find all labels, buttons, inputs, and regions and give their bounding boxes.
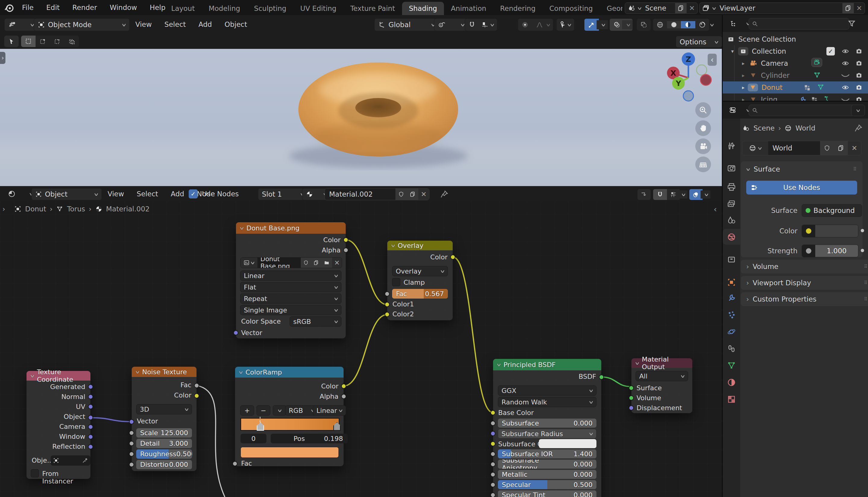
solid-shading-icon[interactable] xyxy=(667,21,681,28)
viewport-menu-object[interactable]: Object xyxy=(218,17,253,32)
tab-physics-icon[interactable] xyxy=(727,327,736,336)
socket-dot[interactable] xyxy=(88,424,93,429)
unlink-scene-icon[interactable]: ✕ xyxy=(687,4,697,12)
menu-window[interactable]: Window xyxy=(103,0,144,15)
tab-modifiers-icon[interactable] xyxy=(727,294,736,302)
subsurface-anisotropy-slider[interactable]: Subsurface Anisotropy0.000 xyxy=(498,459,597,469)
modifier-wrench-icon[interactable] xyxy=(799,96,807,101)
color-socket-button[interactable] xyxy=(802,225,815,237)
socket-dot[interactable] xyxy=(385,291,390,296)
tab-collection-icon[interactable] xyxy=(727,255,736,264)
chevron-down-icon[interactable]: ∨ xyxy=(597,20,608,29)
panel-grip-icon[interactable]: ⠿ xyxy=(853,167,857,172)
scale-slider[interactable]: Scale125.000 xyxy=(136,428,192,438)
socket-dot[interactable] xyxy=(88,404,93,409)
menu-render[interactable]: Render xyxy=(66,0,103,15)
select-new-icon[interactable] xyxy=(21,36,35,47)
sss-method-dropdown[interactable]: Random Walk∨ xyxy=(498,397,597,407)
scene-name[interactable]: Scene xyxy=(641,4,675,12)
node-header[interactable]: ∨ ColorRamp xyxy=(235,367,343,378)
socket-dot[interactable] xyxy=(490,472,496,477)
data-icon[interactable] xyxy=(823,95,831,101)
properties-options-button[interactable]: ∨ xyxy=(851,105,865,116)
remove-viewlayer-icon[interactable]: ✕ xyxy=(854,4,865,12)
ramp-options-button[interactable]: ∨ xyxy=(273,405,286,415)
mesh-data-icon[interactable] xyxy=(813,71,821,79)
panel-grip-icon[interactable]: ⠿ xyxy=(864,280,868,286)
expand-toolbar-icon[interactable]: › xyxy=(0,52,5,64)
camera-visibility-icon[interactable] xyxy=(855,48,863,55)
socket-dot[interactable] xyxy=(129,419,134,424)
image-browse-button[interactable]: ∨ xyxy=(240,258,258,268)
snap-magnet-icon[interactable] xyxy=(653,189,667,200)
color-space-dropdown[interactable]: sRGB∨ xyxy=(290,316,341,327)
open-image-folder-icon[interactable] xyxy=(321,258,332,268)
from-instancer-checkbox[interactable] xyxy=(31,469,39,478)
camera-data-icon[interactable] xyxy=(811,58,822,67)
camera-visibility-icon[interactable] xyxy=(855,72,863,79)
rendered-shading-icon[interactable] xyxy=(695,21,709,28)
socket-dot[interactable] xyxy=(490,410,496,415)
socket-dot[interactable] xyxy=(88,444,93,449)
world-browse-button[interactable]: ∨ xyxy=(742,141,768,155)
viewport-display-panel-header[interactable]: ›Viewport Display ⠿ xyxy=(741,276,868,290)
select-extend-icon[interactable] xyxy=(35,38,50,45)
outliner-row-camera[interactable]: ▸ Camera xyxy=(723,57,868,69)
decorator-dot[interactable] xyxy=(861,229,864,232)
proportional-editing-icon[interactable] xyxy=(518,21,532,28)
remove-stop-button[interactable]: − xyxy=(256,405,270,415)
mode-selector[interactable]: Object Mode ∨ xyxy=(34,18,130,31)
snap-magnet-icon[interactable] xyxy=(465,21,479,28)
3d-viewport[interactable]: Z X Y ‹ › xyxy=(0,49,722,186)
pin-icon[interactable] xyxy=(854,124,863,132)
add-stop-button[interactable]: + xyxy=(240,405,254,415)
node-header[interactable]: ∨ Overlay xyxy=(387,241,453,250)
socket-dot[interactable] xyxy=(629,385,634,390)
socket-dot[interactable] xyxy=(129,441,134,446)
camera-visibility-icon[interactable] xyxy=(855,84,863,91)
collapse-sidebar-icon[interactable]: ‹ xyxy=(708,54,717,66)
camera-view-button[interactable] xyxy=(695,139,711,154)
blender-logo-icon[interactable] xyxy=(4,3,14,12)
outliner-search-input[interactable] xyxy=(761,19,846,28)
tab-sculpting[interactable]: Sculpting xyxy=(247,2,293,15)
clamp-checkbox[interactable] xyxy=(392,278,400,286)
node-image-texture[interactable]: ∨ Donut Base.png Color Alpha ∨ Donut Bas… xyxy=(236,222,346,338)
socket-dot[interactable] xyxy=(629,405,634,410)
fake-user-shield-icon[interactable] xyxy=(395,188,407,200)
socket-dot[interactable] xyxy=(341,384,346,389)
viewport-menu-add[interactable]: Add xyxy=(192,17,219,32)
outliner-row-scene-collection[interactable]: Scene Collection xyxy=(723,33,868,45)
distortion-slider[interactable]: Distortio0.000 xyxy=(136,460,192,469)
outliner-row-cylinder[interactable]: ▸ Cylinder xyxy=(723,69,868,82)
viewlayer-name[interactable]: ViewLayer xyxy=(716,4,842,12)
node-noise-texture[interactable]: ∨ Noise Texture Fac Color 3D ∨ Vector Sc… xyxy=(132,367,196,471)
expand-sidebar-icon[interactable]: › xyxy=(2,205,5,213)
menu-file[interactable]: File xyxy=(16,0,40,15)
checkbox-icon[interactable]: ✓ xyxy=(826,47,835,56)
toggle-ortho-button[interactable] xyxy=(695,157,711,172)
eyedropper-icon[interactable] xyxy=(82,457,88,464)
stop-index-field[interactable]: 0 xyxy=(240,434,266,443)
node-colorramp[interactable]: ∨ ColorRamp Color Alpha + − ∨ RGB∨ Linea… xyxy=(235,367,343,466)
viewport-menu-select[interactable]: Select xyxy=(158,17,192,32)
socket-dot[interactable] xyxy=(385,312,390,317)
subsurface-color-swatch[interactable] xyxy=(539,439,597,448)
socket-dot[interactable] xyxy=(88,434,93,439)
ramp-stop[interactable] xyxy=(333,422,341,431)
chevron-down-icon[interactable]: ∨ xyxy=(701,190,711,199)
eye-icon[interactable] xyxy=(841,48,850,55)
unlink-datablock-icon[interactable]: ✕ xyxy=(418,188,429,200)
extension-dropdown[interactable]: Repeat∨ xyxy=(240,294,341,304)
outliner-row-donut[interactable]: ▸ Donut xyxy=(723,82,868,94)
specular-slider[interactable]: Specular0.500 xyxy=(498,480,597,489)
camera-visibility-icon[interactable] xyxy=(855,96,863,101)
subsurface-radius-dropdown[interactable]: Subsurface Radius∨ xyxy=(498,429,597,439)
disclosure-triangle-icon[interactable]: ▸ xyxy=(742,60,745,66)
use-nodes-checkbox[interactable]: ✓ xyxy=(189,189,198,198)
socket-dot[interactable] xyxy=(88,384,93,389)
tab-animation[interactable]: Animation xyxy=(444,2,493,15)
tab-uv-editing[interactable]: UV Editing xyxy=(293,2,343,15)
breadcrumb-scene[interactable]: Scene xyxy=(753,124,775,132)
modifiers-badge-icon[interactable] xyxy=(811,96,819,101)
